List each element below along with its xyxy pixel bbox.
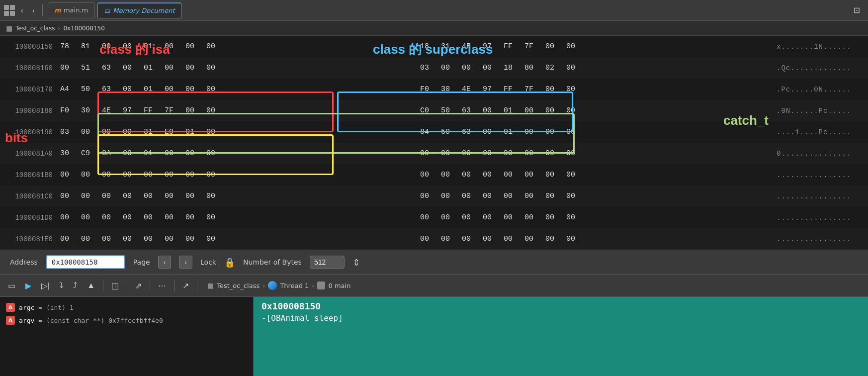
mem-byte[interactable]: 00 <box>563 128 579 136</box>
mem-byte[interactable]: 30 <box>78 106 93 115</box>
debug-share-button[interactable]: ⇗ <box>133 279 144 292</box>
mem-byte[interactable]: 50 <box>437 128 453 136</box>
mem-byte[interactable]: 00 <box>500 235 516 243</box>
mem-byte[interactable]: 00 <box>458 192 474 200</box>
mem-byte[interactable]: 00 <box>203 85 219 94</box>
mem-byte[interactable]: 00 <box>437 171 453 179</box>
mem-byte[interactable]: 00 <box>203 235 219 243</box>
mem-byte[interactable]: 00 <box>521 106 537 115</box>
mem-byte[interactable]: 00 <box>182 213 198 222</box>
mem-byte[interactable]: 00 <box>98 128 114 136</box>
mem-byte[interactable]: 00 <box>458 171 474 179</box>
tab-memory[interactable]: 🗂 Memory Document <box>97 2 181 18</box>
mem-byte[interactable]: 03 <box>57 128 73 136</box>
mem-byte[interactable]: F0 <box>417 85 433 94</box>
mem-byte[interactable]: 00 <box>203 171 219 179</box>
mem-byte[interactable]: E0 <box>161 128 177 136</box>
mem-byte[interactable]: 00 <box>417 213 433 222</box>
mem-byte[interactable]: 00 <box>542 235 558 243</box>
mem-byte[interactable]: 00 <box>437 235 453 243</box>
mem-byte[interactable]: 00 <box>521 192 537 200</box>
num-bytes-stepper[interactable]: ⇕ <box>352 257 360 268</box>
mem-byte[interactable]: 84 <box>417 128 433 136</box>
mem-byte[interactable]: 00 <box>203 149 219 158</box>
mem-byte[interactable]: 00 <box>78 192 93 200</box>
mem-byte[interactable]: 00 <box>417 171 433 179</box>
mem-byte[interactable]: 00 <box>98 213 114 222</box>
mem-byte[interactable]: 00 <box>521 128 537 136</box>
mem-byte[interactable]: 4E <box>98 106 114 115</box>
mem-byte[interactable]: 01 <box>500 128 516 136</box>
mem-byte[interactable]: FF <box>140 106 156 115</box>
mem-byte[interactable]: 00 <box>542 42 558 51</box>
mem-byte[interactable]: 00 <box>161 192 177 200</box>
mem-byte[interactable]: 00 <box>78 128 93 136</box>
mem-byte[interactable]: 00 <box>78 171 93 179</box>
mem-byte[interactable]: 78 <box>57 42 73 51</box>
mem-byte[interactable]: 7F <box>521 85 537 94</box>
mem-byte[interactable]: 00 <box>437 64 453 72</box>
mem-byte[interactable]: 00 <box>563 64 579 72</box>
mem-byte[interactable]: 00 <box>500 149 516 158</box>
back-button[interactable]: ‹ <box>18 4 26 16</box>
mem-byte[interactable]: 00 <box>78 235 93 243</box>
mem-byte[interactable]: 03 <box>417 64 433 72</box>
mem-byte[interactable]: 00 <box>563 106 579 115</box>
mem-byte[interactable]: 00 <box>563 149 579 158</box>
debug-step-in-button[interactable]: ⤵ <box>57 279 65 292</box>
mem-byte[interactable]: 63 <box>98 85 114 94</box>
page-next-button[interactable]: › <box>179 256 192 269</box>
mem-byte[interactable]: 00 <box>182 64 198 72</box>
mem-byte[interactable]: 00 <box>182 235 198 243</box>
mem-byte[interactable]: 00 <box>542 85 558 94</box>
mem-byte[interactable]: 00 <box>521 171 537 179</box>
mem-byte[interactable]: 00 <box>161 213 177 222</box>
mem-byte[interactable]: 00 <box>479 149 495 158</box>
mem-byte[interactable]: 00 <box>521 235 537 243</box>
mem-byte[interactable]: 00 <box>458 149 474 158</box>
debug-step-over-button[interactable]: ▷| <box>39 279 51 292</box>
mem-byte[interactable]: 00 <box>119 213 135 222</box>
mem-byte[interactable]: 00 <box>542 192 558 200</box>
mem-byte[interactable]: 00 <box>479 192 495 200</box>
mem-byte[interactable]: 00 <box>140 192 156 200</box>
mem-byte[interactable]: 63 <box>458 106 474 115</box>
debug-view-button[interactable]: ◫ <box>109 279 121 292</box>
mem-byte[interactable]: 00 <box>479 64 495 72</box>
mem-byte[interactable]: 00 <box>521 149 537 158</box>
grid-icon[interactable] <box>4 5 15 16</box>
mem-byte[interactable]: 00 <box>203 128 219 136</box>
mem-byte[interactable]: 00 <box>500 171 516 179</box>
mem-byte[interactable]: 00 <box>161 149 177 158</box>
mem-byte[interactable]: 00 <box>182 171 198 179</box>
page-prev-button[interactable]: ‹ <box>158 256 172 269</box>
mem-byte[interactable]: 00 <box>479 106 495 115</box>
mem-byte[interactable]: 00 <box>57 235 73 243</box>
mem-byte[interactable]: 00 <box>119 85 135 94</box>
mem-byte[interactable]: 18 <box>500 64 516 72</box>
mem-byte[interactable]: 00 <box>479 235 495 243</box>
mem-byte[interactable]: C0 <box>417 106 433 115</box>
mem-byte[interactable]: 00 <box>182 106 198 115</box>
mem-byte[interactable]: 30 <box>437 85 453 94</box>
mem-byte[interactable]: 00 <box>182 42 198 51</box>
mem-byte[interactable]: 00 <box>417 192 433 200</box>
mem-byte[interactable]: 31 <box>140 128 156 136</box>
mem-byte[interactable]: 00 <box>479 213 495 222</box>
mem-byte[interactable]: FF <box>500 85 516 94</box>
mem-byte[interactable]: 00 <box>479 128 495 136</box>
mem-byte[interactable]: 01 <box>140 149 156 158</box>
debug-more-button[interactable]: ⋯ <box>156 279 168 292</box>
mem-byte[interactable]: 00 <box>119 149 135 158</box>
mem-byte[interactable]: 00 <box>203 64 219 72</box>
mem-byte[interactable]: 00 <box>98 235 114 243</box>
mem-byte[interactable]: 00 <box>417 235 433 243</box>
mem-byte[interactable]: 00 <box>563 85 579 94</box>
forward-button[interactable]: › <box>29 4 38 16</box>
split-view-button[interactable]: ⊡ <box>850 3 864 17</box>
debug-play-button[interactable]: ▶ <box>23 279 33 292</box>
mem-byte[interactable]: 00 <box>161 171 177 179</box>
mem-byte[interactable]: 00 <box>437 192 453 200</box>
mem-byte[interactable]: 00 <box>140 213 156 222</box>
mem-byte[interactable]: 00 <box>563 213 579 222</box>
